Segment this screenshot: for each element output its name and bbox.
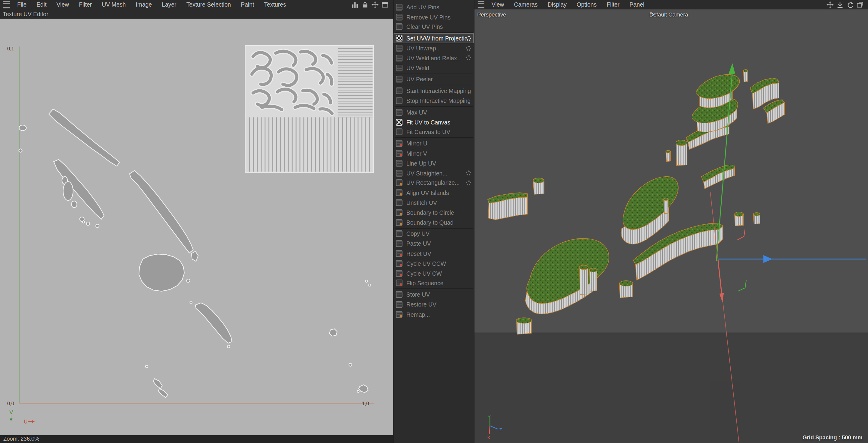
gear-icon[interactable] xyxy=(466,56,471,61)
texture-preview[interactable] xyxy=(245,45,374,173)
cmd-add-uv-pins[interactable]: Add UV Pins xyxy=(394,2,474,12)
cmd-fit-canvas-to-uv[interactable]: Fit Canvas to UV xyxy=(394,127,474,137)
application-window: FileEditViewFilterUV MeshImageLayerTextu… xyxy=(0,0,868,443)
cmd-line-up-uv[interactable]: Line Up UV xyxy=(394,158,474,168)
interactive-mapping-start-icon xyxy=(396,88,403,94)
cmd-label: Align UV Islands xyxy=(406,190,471,196)
menu-layer[interactable]: Layer xyxy=(157,1,182,8)
cmd-store-uv[interactable]: Store UV xyxy=(394,290,474,299)
boundary-circle-icon xyxy=(396,209,403,216)
pin-add-icon xyxy=(396,4,403,10)
separator xyxy=(394,137,474,139)
menu-view[interactable]: View xyxy=(52,1,74,8)
menu-paint[interactable]: Paint xyxy=(236,1,259,8)
cmd-uv-unwrap[interactable]: UV Unwrap... xyxy=(394,43,474,53)
menu-view[interactable]: View xyxy=(487,1,509,8)
cmd-flip-sequence[interactable]: Flip Sequence xyxy=(394,278,474,288)
lock-icon[interactable] xyxy=(362,1,369,8)
uv-editor-menu: FileEditViewFilterUV MeshImageLayerTextu… xyxy=(12,1,291,8)
cmd-unstitch-uv[interactable]: Unstitch UV xyxy=(394,198,474,208)
uv-canvas[interactable]: 0,1 0,0 1,0 V U xyxy=(0,19,393,435)
view-mode-label[interactable]: Perspective xyxy=(477,12,506,18)
menu-file[interactable]: File xyxy=(12,1,31,8)
cmd-boundary-to-circle[interactable]: Boundary to Circle xyxy=(394,208,474,217)
cmd-boundary-to-quad[interactable]: Boundary to Quad xyxy=(394,217,474,227)
cmd-uv-weld-and-relax[interactable]: UV Weld and Relax... xyxy=(394,53,474,63)
menu-textures[interactable]: Textures xyxy=(259,1,291,8)
cmd-mirror-v[interactable]: Mirror V xyxy=(394,149,474,158)
cmd-align-uv-islands[interactable]: Align UV Islands xyxy=(394,188,474,198)
cmd-clear-uv-pins[interactable]: Clear UV Pins xyxy=(394,22,474,32)
rectangularize-icon xyxy=(396,180,403,186)
pin-clear-icon xyxy=(396,23,403,30)
restore-icon xyxy=(396,301,403,308)
cmd-stop-interactive-mapping[interactable]: Stop Interactive Mapping xyxy=(394,96,474,106)
mirror-u-icon xyxy=(396,140,403,147)
cmd-label: Clear UV Pins xyxy=(406,23,471,30)
camera-swap-icon[interactable] xyxy=(649,12,655,16)
menu-edit[interactable]: Edit xyxy=(31,1,52,8)
menu-options[interactable]: Options xyxy=(572,1,602,8)
camera-name: Default Camera xyxy=(649,12,688,18)
cmd-label: Cycle UV CCW xyxy=(406,260,471,266)
gear-icon[interactable] xyxy=(466,45,471,51)
viewport-3d[interactable]: Perspective Default Camera Grid Spacing … xyxy=(474,9,868,443)
weld-relax-icon xyxy=(396,55,403,61)
cmd-label: Max UV xyxy=(406,109,471,116)
cmd-label: Reset UV xyxy=(406,250,471,257)
unwrap-icon xyxy=(396,45,403,52)
cmd-uv-straighten[interactable]: UV Straighten... xyxy=(394,168,474,178)
gizmo-z-label: Z xyxy=(499,428,502,432)
cmd-start-interactive-mapping[interactable]: Start Interactive Mapping xyxy=(394,86,474,96)
menu-panel[interactable]: Panel xyxy=(624,1,649,8)
pan-icon[interactable] xyxy=(827,1,834,8)
cmd-paste-uv[interactable]: Paste UV xyxy=(394,239,474,249)
cmd-remove-uv-pins[interactable]: Remove UV Pins xyxy=(394,12,474,22)
cmd-cycle-uv-cw[interactable]: Cycle UV CW xyxy=(394,268,474,278)
hamburger-menu-icon[interactable] xyxy=(478,1,485,8)
cmd-fit-uv-to-canvas[interactable]: Fit UV to Canvas xyxy=(394,117,474,127)
cmd-cycle-uv-ccw[interactable]: Cycle UV CCW xyxy=(394,258,474,268)
histogram-icon[interactable] xyxy=(351,1,359,8)
float-icon[interactable] xyxy=(856,1,864,8)
cmd-max-uv[interactable]: Max UV xyxy=(394,107,474,117)
gear-icon[interactable] xyxy=(466,36,471,41)
cmd-remap[interactable]: Remap... xyxy=(394,310,474,319)
cmd-label: Mirror U xyxy=(406,140,471,147)
menu-uv-mesh[interactable]: UV Mesh xyxy=(97,1,131,8)
cmd-label: Mirror V xyxy=(406,150,471,157)
cmd-label: UV Straighten... xyxy=(406,170,466,177)
cmd-mirror-u[interactable]: Mirror U xyxy=(394,138,474,149)
cmd-label: Boundary to Circle xyxy=(406,209,471,216)
cmd-set-uvw-from-projection[interactable]: Set UVW from Projection... xyxy=(394,33,474,43)
cmd-label: Cycle UV CW xyxy=(406,270,471,277)
cmd-label: Remove UV Pins xyxy=(406,14,471,21)
download-icon[interactable] xyxy=(837,1,844,8)
menu-texture-selection[interactable]: Texture Selection xyxy=(182,1,236,8)
menu-image[interactable]: Image xyxy=(131,1,157,8)
menu-cameras[interactable]: Cameras xyxy=(509,1,542,8)
dock-icon[interactable] xyxy=(381,1,389,8)
separator xyxy=(394,105,474,107)
horizon-line xyxy=(474,332,868,333)
hamburger-menu-icon[interactable] xyxy=(3,1,10,8)
weld-icon xyxy=(396,64,403,71)
cmd-uv-rectangularize[interactable]: UV Rectangularize... xyxy=(394,178,474,188)
cmd-restore-uv[interactable]: Restore UV xyxy=(394,299,474,310)
fit-uv-canvas-icon xyxy=(396,119,403,125)
camera-label[interactable]: Default Camera xyxy=(649,12,688,18)
cmd-uv-peeler[interactable]: UV Peeler xyxy=(394,74,474,84)
menu-filter[interactable]: Filter xyxy=(74,1,97,8)
cmd-reset-uv[interactable]: Reset UV xyxy=(394,249,474,258)
pan-icon[interactable] xyxy=(371,1,378,8)
cmd-uv-weld[interactable]: UV Weld xyxy=(394,63,474,73)
menu-display[interactable]: Display xyxy=(542,1,572,8)
gear-icon[interactable] xyxy=(466,181,471,186)
sync-icon[interactable] xyxy=(846,1,854,8)
checkerboard-icon xyxy=(396,35,403,42)
gear-icon[interactable] xyxy=(466,171,471,176)
menu-filter[interactable]: Filter xyxy=(602,1,624,8)
cmd-label: Start Interactive Mapping xyxy=(406,88,471,94)
cmd-copy-uv[interactable]: Copy UV xyxy=(394,229,474,239)
cmd-label: Set UVW from Projection... xyxy=(406,35,466,42)
